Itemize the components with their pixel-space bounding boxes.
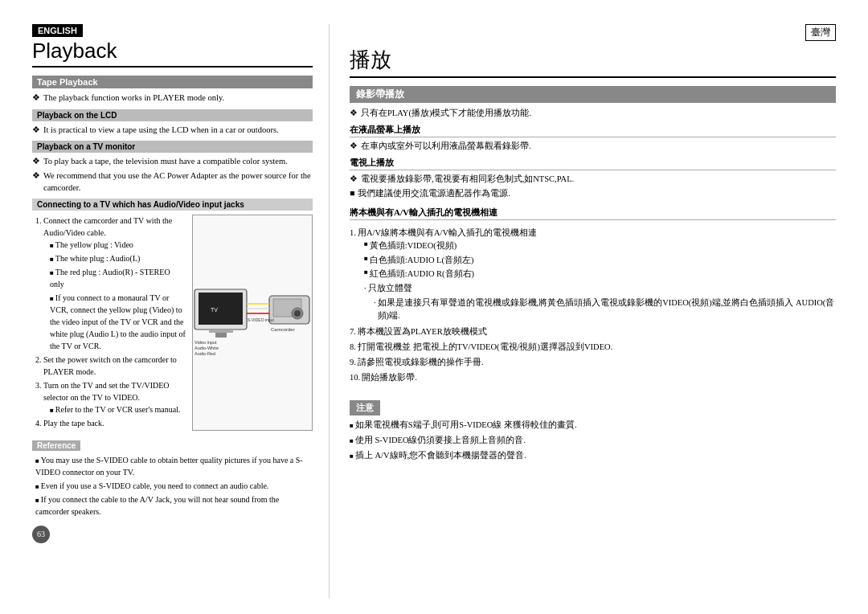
svg-point-8 [294, 310, 301, 317]
zh-step-5: 開始播放影帶. [350, 371, 836, 384]
zh-step-4: 請參照電視或錄影機的操作手冊. [350, 356, 836, 369]
zh-step-2: 將本機設置為PLAYER放映機模式 [350, 325, 836, 338]
connecting-header: Connecting to a TV which has Audio/Video… [32, 199, 313, 211]
diamond-icon: ❖ [32, 92, 40, 104]
tv-bullet-1: ❖ To play back a tape, the television mu… [32, 156, 313, 168]
zh-note-body: 如果電視機有S端子,則可用S-VIDEO線 來獲得較佳的畫質. 使用 S-VID… [350, 419, 836, 462]
zh-steps-list: 用A/V線將本機與有A/V輸入插孔的電視機相連 黃色插頭:VIDEO(視頻) 白… [350, 227, 836, 383]
zh-tv-bullet-2: ■ 我們建議使用交流電源適配器作為電源. [350, 187, 836, 200]
step-1b: The white plug : Audio(L) [50, 252, 186, 264]
zh-tv-bullet-1: ❖ 電視要播放錄影帶,電視要有相同彩色制式,如NTSC,PAL. [350, 173, 836, 186]
connecting-body: Connect the camcorder and TV with the Au… [32, 215, 313, 431]
zh-diamond-1: ❖ [350, 107, 358, 120]
zh-sub-1e: 如果是連接只有單聲道的電視機或錄影機,將黃色插頭插入電視或錄影機的VIDEO(視… [364, 297, 836, 322]
svg-text:TV: TV [211, 307, 218, 313]
tv-header: Playback on a TV monitor [32, 141, 313, 153]
zh-tv-header: 電視上播放 [350, 157, 836, 170]
zh-diamond-4: ■ [350, 187, 354, 200]
lcd-header: Playback on the LCD [32, 109, 313, 121]
diamond-icon-2: ❖ [32, 125, 40, 137]
connecting-text: Connect the camcorder and TV with the Au… [32, 215, 186, 431]
tv-bullet-2: ❖ We recommend that you use the AC Power… [32, 170, 313, 194]
svg-rect-4 [215, 333, 227, 338]
step-2: Set the power switch on the camcorder to… [43, 354, 186, 378]
step-1c: The red plug : Audio(R) - STEREO only [50, 266, 186, 290]
zh-diamond-2: ❖ [350, 140, 358, 153]
zh-sub-1d: 只放立體聲 [364, 282, 836, 295]
tape-playback-header: Tape Playback [32, 76, 313, 88]
zh-luzying-header: 錄影帶播放 [350, 86, 836, 103]
playback-title: Playback [32, 39, 313, 68]
step-1a: The yellow plug : Video [50, 239, 186, 251]
ref-item-3: If you connect the cable to the A/V Jack… [35, 493, 313, 518]
ref-item-2: Even if you use a S-VIDEO cable, you nee… [35, 480, 313, 492]
svg-rect-1 [199, 293, 243, 325]
zh-note-2: 使用 S-VIDEO線仍須要接上音頻上音頻的音. [350, 434, 836, 448]
zh-note-section: 注意 如果電視機有S端子,則可用S-VIDEO線 來獲得較佳的畫質. 使用 S-… [350, 394, 836, 462]
right-column: 臺灣 播放 錄影帶播放 ❖ 只有在PLAY(播放)模式下才能使用播放功能. 在液… [330, 24, 836, 598]
svg-text:Video input: Video input [194, 340, 217, 345]
zh-connecting-header: 將本機與有A/V輸入插孔的電視機相連 [350, 207, 836, 220]
english-badge: ENGLISH [32, 24, 83, 37]
zh-note-header: 注意 [350, 400, 380, 415]
zh-note-1: 如果電視機有S端子,則可用S-VIDEO線 來獲得較佳的畫質. [350, 419, 836, 432]
step-4: Play the tape back. [43, 417, 186, 429]
taiwan-badge: 臺灣 [805, 24, 836, 41]
svg-text:S-VIDEO input: S-VIDEO input [248, 317, 274, 322]
step-1d: If you connect to a monaural TV or VCR, … [50, 292, 186, 352]
zh-step-3: 打開電視機並 把電視上的TV/VIDEO(電視/視頻)選擇器設到VIDEO. [350, 341, 836, 354]
lcd-bullet: ❖ It is practical to view a tape using t… [32, 125, 313, 137]
step-3a: Refer to the TV or VCR user's manual. [50, 403, 186, 415]
zh-step-1: 用A/V線將本機與有A/V輸入插孔的電視機相連 黃色插頭:VIDEO(視頻) 白… [350, 227, 836, 323]
zh-sub-1a: 黃色插頭:VIDEO(視頻) [364, 239, 836, 252]
zh-step-1-subs: 黃色插頭:VIDEO(視頻) 白色插頭:AUDIO L(音頻左) 紅色插頭:AU… [364, 239, 836, 322]
zh-sub-1c: 紅色插頭:AUDIO R(音頻右) [364, 268, 836, 280]
zh-diamond-3: ❖ [350, 173, 358, 186]
zh-middle-section: 用A/V線將本機與有A/V輸入插孔的電視機相連 黃色插頭:VIDEO(視頻) 白… [350, 227, 836, 386]
reference-section: Reference You may use the S-VIDEO cable … [32, 436, 313, 518]
zh-steps-col: 用A/V線將本機與有A/V輸入插孔的電視機相連 黃色插頭:VIDEO(視頻) 白… [350, 227, 836, 386]
reference-header: Reference [32, 440, 80, 451]
zh-playback-title: 播放 [350, 46, 391, 74]
ref-item-1: You may use the S-VIDEO cable to obtain … [35, 454, 313, 478]
step-3: Turn on the TV and set the TV/VIDEO sele… [43, 379, 186, 415]
english-badge-container: ENGLISH [32, 24, 313, 39]
zh-intro-bullet: ❖ 只有在PLAY(播放)模式下才能使用播放功能. [350, 107, 836, 120]
svg-text:Camcorder: Camcorder [271, 327, 295, 332]
left-column: ENGLISH Playback Tape Playback ❖ The pla… [32, 24, 330, 598]
diamond-icon-4: ❖ [32, 170, 40, 182]
tv-diagram: TV Camcorder Video input Audio-Whit [192, 215, 313, 431]
page: ENGLISH Playback Tape Playback ❖ The pla… [0, 0, 868, 614]
diamond-icon-3: ❖ [32, 156, 40, 168]
zh-lcd-header: 在液晶螢幕上播放 [350, 124, 836, 137]
zh-title: 播放 [350, 46, 836, 78]
page-number-container: 63 [32, 519, 313, 543]
page-number: 63 [32, 526, 50, 543]
svg-text:Audio-White: Audio-White [194, 346, 219, 350]
svg-text:Audio-Red: Audio-Red [194, 351, 215, 356]
zh-connecting-container: 將本機與有A/V輸入插孔的電視機相連 用A/V線將本機與有A/V輸入插孔的電視機… [350, 207, 836, 386]
zh-sub-1b: 白色插頭:AUDIO L(音頻左) [364, 254, 836, 267]
zh-lcd-bullet: ❖ 在車內或室外可以利用液晶螢幕觀看錄影帶. [350, 140, 836, 153]
reference-body: You may use the S-VIDEO cable to obtain … [32, 454, 313, 518]
tape-intro-bullet: ❖ The playback function works in PLAYER … [32, 92, 313, 104]
step-1: Connect the camcorder and TV with the Au… [43, 215, 186, 352]
zh-note-3: 插上 A/V線時,您不會聽到本機揚聲器的聲音. [350, 449, 836, 463]
svg-rect-3 [209, 330, 233, 333]
